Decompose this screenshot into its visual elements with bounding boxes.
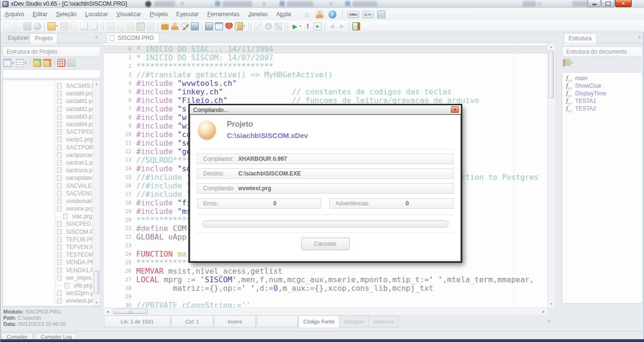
file-item[interactable]: sacupdate.prg <box>3 174 92 182</box>
save-icon[interactable] <box>23 22 31 30</box>
function-item[interactable]: f(n)TESTA1 <box>562 97 642 105</box>
file-item[interactable]: service.prg <box>3 205 92 213</box>
editor-horizontal-scrollbar[interactable]: ◀ ||| ▶ <box>104 307 547 315</box>
menu-editar[interactable]: Editar <box>28 9 52 19</box>
find-binoculars-icon[interactable] <box>161 22 169 30</box>
scroll-right-icon[interactable]: ▶ <box>541 308 547 314</box>
scrollbar-thumb[interactable]: ||| <box>113 309 148 314</box>
file-item[interactable]: siac.prg <box>3 213 92 220</box>
file-item[interactable]: wvwtest.prg <box>3 297 92 305</box>
function-item[interactable]: f(n)TESTA2 <box>562 105 642 112</box>
editor-close-icon[interactable]: ✳ <box>547 319 551 324</box>
pin-icon[interactable] <box>225 22 233 30</box>
cancel-button[interactable]: Cancelar <box>301 238 350 250</box>
dialog-title-bar[interactable]: Compilando... × <box>190 105 461 115</box>
print-setup-icon[interactable] <box>191 22 199 30</box>
file-item[interactable]: sactran1.prg <box>3 159 92 166</box>
nav-forward-icon[interactable]: ▶ <box>338 22 346 30</box>
scroll-up-icon[interactable]: ▲ <box>548 44 554 50</box>
tab-historico[interactable]: Histórico <box>369 315 399 327</box>
save-all-icon[interactable] <box>70 22 78 30</box>
web-globe-icon[interactable] <box>33 22 41 30</box>
file-item[interactable]: VENDA1.PRG <box>3 267 92 274</box>
monitor-icon[interactable] <box>377 10 385 18</box>
maximize-button[interactable] <box>601 0 615 7</box>
dbu-button[interactable]: DBU <box>347 11 359 18</box>
file-tree-scrollbar[interactable]: ▲ ▼ <box>93 80 100 306</box>
build-tools-icon[interactable] <box>274 22 282 30</box>
file-item[interactable]: SACTPORC.PRG <box>3 144 92 151</box>
project-filter-box[interactable] <box>2 69 101 78</box>
settings-gear-icon[interactable] <box>264 22 272 30</box>
dropdown-caret-icon[interactable]: ▼ <box>243 25 247 28</box>
run-icon[interactable]: ▶ <box>291 22 299 30</box>
file-item[interactable]: TEFVEN.PRG <box>3 243 92 251</box>
file-item[interactable]: sactabl3.prg <box>3 113 92 120</box>
compile-quick-icon[interactable] <box>254 22 262 30</box>
left-panel-close-icon[interactable]: ✳ <box>94 35 98 40</box>
menu-projeto[interactable]: Projeto <box>145 9 172 19</box>
paste-icon[interactable] <box>127 22 135 30</box>
editor-tab-siscom[interactable]: SISCOM.PRG <box>107 33 159 44</box>
library-search-icon[interactable] <box>235 22 243 30</box>
print-preview-icon[interactable] <box>215 22 223 30</box>
run-selection-icon[interactable]: ▶ <box>314 22 322 30</box>
file-item[interactable]: sactp1.prg <box>3 136 92 143</box>
scroll-up-icon[interactable]: ▲ <box>93 81 100 87</box>
close-button[interactable]: × <box>615 0 632 7</box>
home-icon[interactable]: ⌂ <box>303 10 311 18</box>
tab-explorer[interactable]: Explorer <box>3 33 33 43</box>
scrollbar-thumb[interactable] <box>549 51 554 98</box>
minimize-button[interactable] <box>588 0 601 7</box>
copy-window-icon[interactable] <box>13 22 21 30</box>
file-item[interactable]: sactabl2.prg <box>3 105 92 113</box>
file-item[interactable]: vlib.prg <box>3 282 92 289</box>
function-item[interactable]: f(n)ShowClue <box>562 82 642 90</box>
user-check-icon[interactable] <box>171 22 179 30</box>
file-item[interactable]: SACTIPDC.PRG <box>3 128 92 136</box>
file-item[interactable]: win32prn.prg <box>3 289 92 297</box>
import-file-icon[interactable] <box>90 22 98 30</box>
file-item[interactable]: TEFLIB.PRG <box>3 236 92 243</box>
cut-icon[interactable] <box>107 22 115 30</box>
function-item[interactable]: f(n)DisplayTime <box>562 90 642 97</box>
scroll-down-icon[interactable]: ▼ <box>548 301 554 307</box>
copy-icon[interactable] <box>117 22 125 30</box>
menu-executar[interactable]: Executar <box>172 9 203 19</box>
exit-icon[interactable] <box>352 22 360 30</box>
find-replace-icon[interactable] <box>181 22 189 30</box>
view-mode-icon[interactable] <box>3 59 11 67</box>
dialog-close-button[interactable]: × <box>451 106 459 113</box>
menu-arquivo[interactable]: Arquivo <box>0 9 28 19</box>
right-panel-close-icon[interactable]: ✳ <box>637 35 641 40</box>
export-file-icon[interactable] <box>80 22 88 30</box>
file-item[interactable]: TESTECMD.PRG <box>3 251 92 259</box>
undo-icon[interactable] <box>147 22 155 30</box>
file-item[interactable]: SIACPED.PRG <box>3 220 92 228</box>
file-item[interactable]: sactabl4.prg <box>3 120 92 128</box>
save-file-icon[interactable] <box>60 22 68 30</box>
project-grid-icon[interactable] <box>57 59 65 67</box>
open-project-icon[interactable] <box>47 22 56 30</box>
nav-back-icon[interactable]: ◀ <box>328 22 336 30</box>
menu-visualizar[interactable]: Visualizar <box>112 9 146 19</box>
stop-errors-icon[interactable]: ! <box>304 22 312 30</box>
tab-designer[interactable]: Designer <box>339 315 369 327</box>
menu-localizar[interactable]: Localizar <box>81 9 112 19</box>
sort-icon[interactable] <box>563 59 571 67</box>
menu-janelas[interactable]: Janelas <box>244 9 272 19</box>
list-mode-icon[interactable] <box>16 59 24 67</box>
new-file-icon[interactable] <box>3 22 11 30</box>
print-icon[interactable] <box>205 22 213 30</box>
menu-ajuda[interactable]: Ajuda <box>272 9 295 19</box>
tutor-icon[interactable] <box>316 10 324 18</box>
file-item[interactable]: VENDA.PRG <box>3 259 92 266</box>
file-item[interactable]: sactabl.prg <box>3 90 92 97</box>
scroll-left-icon[interactable]: ◀ <box>104 308 111 314</box>
file-item[interactable]: sactroca.prg <box>3 166 92 174</box>
main-target-icon[interactable] <box>67 59 75 67</box>
info-icon[interactable]: i <box>328 10 336 18</box>
scrollbar-thumb[interactable] <box>94 271 99 294</box>
dropdown-caret-icon[interactable]: ▼ <box>24 62 28 65</box>
editor-vertical-scrollbar[interactable]: ▲ ▼ <box>547 43 555 307</box>
